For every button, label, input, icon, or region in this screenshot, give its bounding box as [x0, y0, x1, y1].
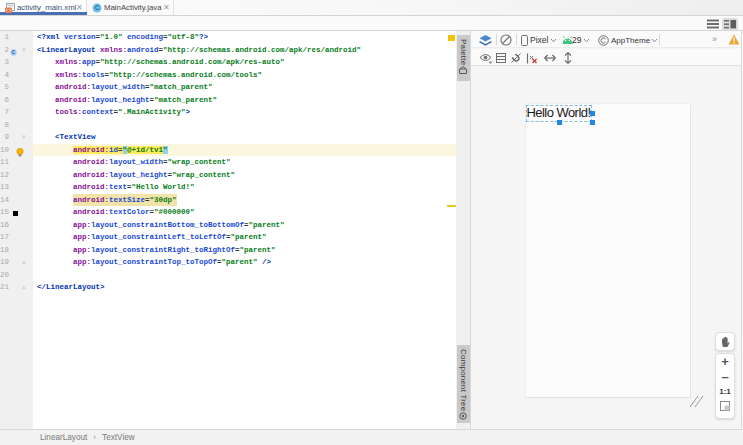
- svg-text:C: C: [95, 4, 100, 11]
